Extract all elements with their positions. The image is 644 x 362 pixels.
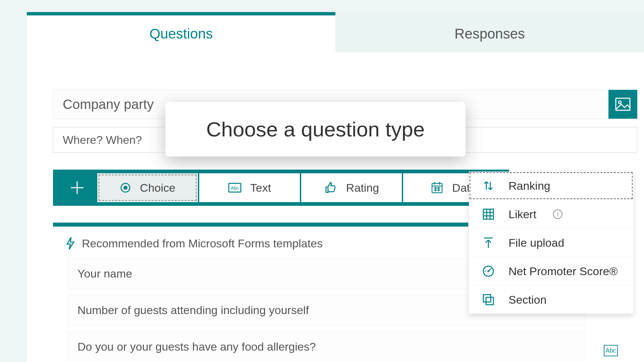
svg-rect-16 bbox=[483, 209, 493, 219]
dropdown-fileupload-label: File upload bbox=[508, 236, 564, 249]
qtype-text-label: Text bbox=[250, 181, 271, 194]
section-divider bbox=[53, 223, 468, 227]
dropdown-nps[interactable]: Net Promoter Score® bbox=[469, 257, 633, 285]
svg-rect-27 bbox=[486, 297, 493, 305]
plus-icon bbox=[69, 180, 85, 195]
section-icon bbox=[482, 293, 495, 306]
recommended-item[interactable]: Do you or your guests have any food alle… bbox=[68, 331, 586, 362]
grid-icon bbox=[482, 208, 494, 220]
tab-responses[interactable]: Responses bbox=[335, 12, 644, 52]
dropdown-ranking-label: Ranking bbox=[508, 179, 550, 192]
recommended-heading-label: Recommended from Microsoft Forms templat… bbox=[82, 237, 323, 250]
radio-icon bbox=[120, 182, 131, 193]
tab-bar: Questions Responses bbox=[27, 12, 644, 52]
image-icon bbox=[615, 98, 631, 111]
dropdown-ranking[interactable]: Ranking bbox=[469, 172, 633, 200]
svg-text:Abc: Abc bbox=[231, 185, 239, 191]
ranking-icon bbox=[482, 179, 494, 192]
dropdown-likert-label: Likert bbox=[508, 208, 536, 221]
form-editor: Company party Where? When? bbox=[27, 52, 644, 362]
svg-line-24 bbox=[488, 268, 491, 271]
svg-point-5 bbox=[123, 186, 127, 190]
dropdown-likert[interactable]: Likert i bbox=[469, 200, 633, 228]
qtype-choice-label: Choice bbox=[140, 181, 175, 194]
qtype-choice-button[interactable]: Choice bbox=[97, 173, 198, 202]
svg-rect-26 bbox=[483, 295, 491, 302]
qtype-rating-button[interactable]: Rating bbox=[301, 173, 402, 202]
dropdown-nps-label: Net Promoter Score® bbox=[508, 265, 618, 278]
insert-image-button[interactable] bbox=[608, 90, 637, 119]
svg-point-1 bbox=[619, 101, 621, 104]
qtype-rating-label: Rating bbox=[346, 181, 379, 194]
calendar-icon bbox=[431, 181, 443, 194]
info-icon[interactable]: i bbox=[553, 209, 562, 219]
tab-questions[interactable]: Questions bbox=[27, 12, 335, 52]
callout-tooltip: Choose a question type bbox=[165, 102, 466, 157]
dropdown-section-label: Section bbox=[508, 293, 546, 306]
upload-icon bbox=[483, 236, 494, 249]
thumbs-up-icon bbox=[324, 182, 337, 194]
qtype-text-button[interactable]: Abc Text bbox=[199, 173, 300, 202]
abc-badge: Abc bbox=[604, 345, 618, 356]
dropdown-file-upload[interactable]: File upload bbox=[469, 228, 633, 257]
gauge-icon bbox=[482, 265, 495, 278]
add-question-button[interactable] bbox=[57, 173, 97, 202]
svg-rect-0 bbox=[616, 98, 630, 110]
question-type-dropdown: Ranking Likert i bbox=[469, 172, 633, 314]
lightning-icon bbox=[66, 237, 75, 250]
question-type-toolbar: Choice Abc Text Ratin bbox=[53, 170, 509, 206]
dropdown-section[interactable]: Section bbox=[469, 285, 633, 314]
textbox-icon: Abc bbox=[228, 182, 241, 193]
